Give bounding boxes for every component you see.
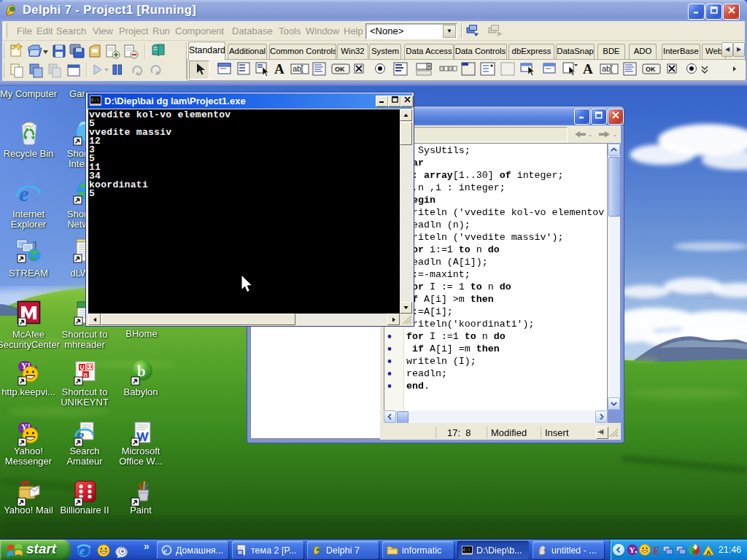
svg-text:E: E (653, 545, 659, 556)
svg-text:A: A (706, 548, 711, 556)
svg-text:ab: ab (293, 64, 301, 73)
svg-text:e: e (19, 182, 28, 206)
svg-text:OK: OK (646, 66, 656, 73)
svg-text:e: e (163, 546, 167, 555)
svg-text:OK: OK (335, 66, 345, 73)
svg-text:ab: ab (602, 64, 611, 73)
svg-text:U: U (80, 364, 85, 371)
svg-text:A: A (583, 61, 593, 77)
svg-text:A: A (274, 61, 285, 77)
svg-text:C:\: C:\ (91, 98, 99, 103)
svg-text:W: W (238, 550, 242, 555)
svg-text:n: n (84, 371, 88, 378)
svg-text:C:\: C:\ (463, 547, 471, 552)
svg-text:Y: Y (630, 545, 635, 554)
svg-text:e: e (80, 545, 85, 556)
